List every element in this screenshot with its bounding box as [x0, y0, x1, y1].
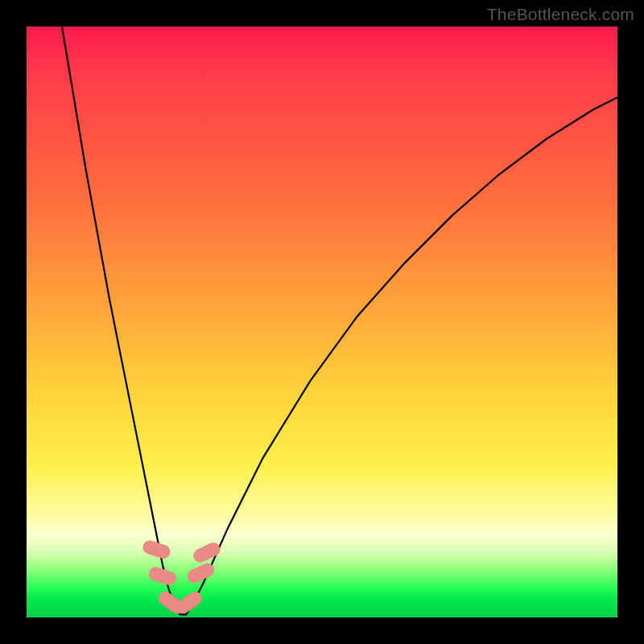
- curve-marker: [174, 589, 204, 616]
- chart-frame: TheBottleneck.com: [0, 0, 644, 644]
- curve-marker: [186, 562, 217, 585]
- curve-markers: [142, 539, 222, 616]
- curve-marker: [142, 539, 171, 560]
- chart-svg: [27, 27, 617, 617]
- curve-marker: [192, 541, 222, 564]
- curve-marker: [147, 566, 177, 587]
- watermark-text: TheBottleneck.com: [487, 5, 634, 24]
- bottleneck-curve: [62, 27, 617, 614]
